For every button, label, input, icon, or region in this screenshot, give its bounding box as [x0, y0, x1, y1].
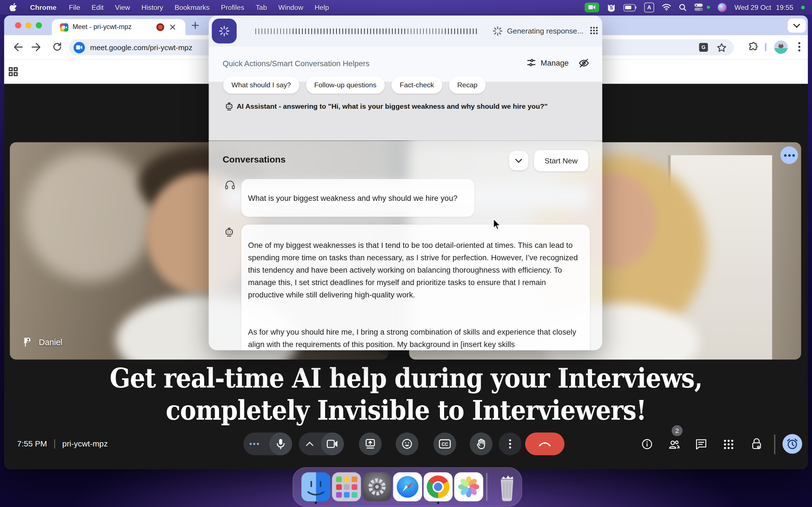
- browser-tab[interactable]: Meet - pri-ycwt-mpz: [52, 19, 186, 35]
- menu-item-profiles[interactable]: Profiles: [215, 3, 250, 11]
- chevron-down-icon: [515, 159, 522, 163]
- chrome-menu-icon[interactable]: [798, 42, 801, 52]
- present-icon: [364, 438, 376, 450]
- bookmark-star-icon[interactable]: [717, 43, 726, 52]
- raise-hand-button[interactable]: [470, 433, 493, 455]
- present-button[interactable]: [359, 433, 382, 455]
- start-new-button[interactable]: Start New: [534, 150, 589, 171]
- status-green-dot: [707, 6, 710, 9]
- menu-item-file[interactable]: File: [63, 3, 86, 11]
- more-vertical-icon: [509, 439, 511, 448]
- end-call-button[interactable]: [525, 433, 564, 455]
- dock-trash[interactable]: [493, 472, 522, 501]
- svg-text:S: S: [610, 5, 613, 10]
- conversations-title: Conversations: [223, 154, 286, 165]
- quick-action-recap[interactable]: Recap: [449, 76, 486, 94]
- wifi-icon[interactable]: [662, 4, 671, 11]
- drag-grid-icon[interactable]: [590, 26, 598, 35]
- menu-item-help[interactable]: Help: [309, 3, 335, 11]
- menu-bar-time: 19:55: [776, 3, 794, 11]
- marketing-headline: Get real-time AI help during your Interv…: [44, 362, 768, 427]
- forward-button[interactable]: [32, 43, 42, 52]
- dock-chrome[interactable]: [423, 472, 453, 501]
- meeting-info: 7:55 PM pri-ycwt-mpz: [17, 439, 108, 448]
- manage-label: Manage: [541, 58, 569, 67]
- input-source-icon[interactable]: A: [644, 2, 654, 12]
- question-bubble: What is your biggest weakness and why sh…: [241, 179, 474, 217]
- mic-control[interactable]: [243, 433, 292, 455]
- quick-action-pills: What should I say? Follow-up questions F…: [223, 76, 486, 94]
- robot-icon: [225, 228, 234, 237]
- panel-status-text: Generating response...: [507, 27, 583, 35]
- back-button[interactable]: [12, 43, 23, 52]
- menu-item-app[interactable]: Chrome: [23, 3, 63, 11]
- tab-search-button[interactable]: [788, 18, 806, 33]
- menu-item-edit[interactable]: Edit: [86, 3, 109, 11]
- quick-action-what-should-i-say[interactable]: What should I say?: [223, 76, 299, 94]
- minimize-window-button[interactable]: [26, 22, 32, 29]
- reload-button[interactable]: [52, 42, 62, 52]
- controls-divider: [774, 435, 775, 454]
- menu-item-view[interactable]: View: [109, 3, 136, 11]
- new-tab-button[interactable]: [192, 22, 199, 29]
- tab-close-icon[interactable]: [170, 24, 175, 30]
- camera-button[interactable]: [321, 433, 344, 455]
- tile-more-button[interactable]: [780, 147, 798, 164]
- host-controls-icon[interactable]: [751, 438, 762, 450]
- manage-button[interactable]: Manage: [527, 58, 569, 67]
- dock-safari[interactable]: [393, 472, 422, 501]
- siri-icon[interactable]: [718, 3, 726, 11]
- screen-recording-indicator[interactable]: [585, 2, 599, 12]
- more-options-button[interactable]: [499, 433, 522, 455]
- menu-item-tab[interactable]: Tab: [250, 3, 272, 11]
- activities-icon[interactable]: [723, 439, 734, 450]
- alarm-clock-icon: [786, 438, 799, 450]
- menu-item-history[interactable]: History: [136, 3, 169, 11]
- battery-icon[interactable]: [624, 4, 637, 10]
- dock-settings[interactable]: [363, 472, 392, 501]
- answer-bubble: One of my biggest weaknesses is that I t…: [241, 224, 590, 350]
- meeting-code: pri-ycwt-mpz: [62, 439, 108, 448]
- apps-grid-icon[interactable]: [8, 67, 18, 76]
- audio-options-dots[interactable]: [250, 443, 259, 445]
- profile-avatar[interactable]: [774, 40, 788, 54]
- shottr-menu-icon[interactable]: S: [607, 3, 616, 11]
- control-center-icon[interactable]: [695, 4, 704, 11]
- menu-item-window[interactable]: Window: [273, 3, 309, 11]
- assistant-answering-line: AI Assistant - answering to "Hi, what is…: [237, 103, 548, 110]
- extensions-icon[interactable]: [748, 42, 759, 52]
- reactions-button[interactable]: [396, 433, 418, 455]
- captions-button[interactable]: CC: [434, 433, 456, 455]
- mouse-cursor: [493, 218, 502, 231]
- robot-icon: [225, 103, 233, 111]
- camera-control[interactable]: [299, 433, 344, 455]
- close-window-button[interactable]: [15, 22, 21, 29]
- tab-recording-indicator: [156, 23, 164, 31]
- menu-bar-date: Wed 29 Oct: [734, 3, 771, 11]
- menu-item-bookmarks[interactable]: Bookmarks: [169, 3, 215, 11]
- zoom-window-button[interactable]: [36, 22, 42, 29]
- meeting-details-icon[interactable]: [642, 439, 653, 450]
- chat-icon[interactable]: [696, 439, 707, 450]
- hide-panel-icon[interactable]: [578, 58, 590, 68]
- collapse-conversations-button[interactable]: [509, 151, 528, 170]
- chevron-up-icon[interactable]: [306, 441, 313, 446]
- spotlight-icon[interactable]: [679, 3, 687, 11]
- headline-line-2: completely Invisible to Interviewers!: [44, 394, 768, 427]
- extension-clock-button[interactable]: [782, 434, 802, 454]
- desktop: Chrome File Edit View History Bookmarks …: [0, 0, 812, 507]
- people-icon[interactable]: [668, 439, 680, 450]
- meet-camera-badge[interactable]: [73, 42, 85, 53]
- menu-bar-clock[interactable]: Wed 29 Oct 19:55: [734, 3, 794, 11]
- dock-photos[interactable]: [454, 472, 483, 501]
- quick-action-follow-up[interactable]: Follow-up questions: [306, 76, 385, 94]
- dock-launchpad[interactable]: [332, 472, 361, 501]
- mic-button[interactable]: [269, 433, 292, 455]
- apple-menu[interactable]: [0, 3, 23, 11]
- translate-icon[interactable]: G: [699, 43, 708, 52]
- quick-action-fact-check[interactable]: Fact-check: [391, 76, 442, 94]
- conversations-section: Conversations Start New What is your big…: [209, 141, 602, 350]
- camera-icon: [327, 440, 338, 448]
- assistant-logo[interactable]: [212, 18, 237, 43]
- dock-finder[interactable]: [301, 472, 331, 501]
